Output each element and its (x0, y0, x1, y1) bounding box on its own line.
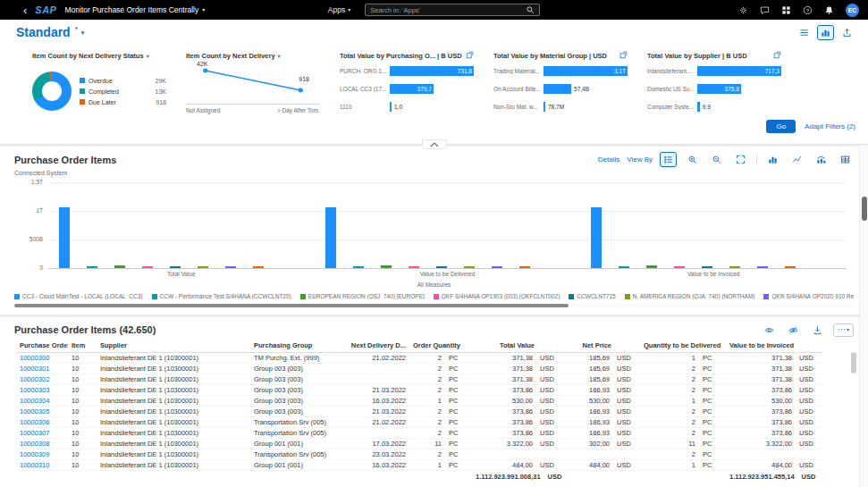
show-details-icon[interactable] (761, 323, 778, 338)
kpi-bar-row[interactable]: LOCAL CC3 (17...379,7 (340, 83, 474, 95)
filter-card-material-group[interactable]: Total Value by Material Group | USD Trad… (493, 49, 628, 120)
scrollbar-thumb[interactable] (14, 304, 569, 307)
table-row[interactable]: 1000030710Inlandslieferant DE 1 (1030000… (16, 427, 822, 438)
table-view-icon[interactable] (837, 152, 854, 167)
kpi-bar-row[interactable]: PURCH. ORG 1...731,8 (340, 65, 474, 77)
apps-menu[interactable]: Apps ▾ (328, 5, 350, 14)
legend-item[interactable]: QKF S/4HANA OP1903 (003) (QKFCLNT002) (434, 293, 560, 299)
combo-chart-icon[interactable] (813, 152, 830, 167)
app-title-menu[interactable]: Monitor Purchase Order Items Centrally ▾ (64, 5, 205, 14)
chart-bar[interactable] (170, 266, 181, 268)
table-row[interactable]: 1000030110Inlandslieferant DE 1 (1030000… (16, 363, 822, 374)
legend-item[interactable]: CC3 - Cloud MainTest - LOCAL (LOCAL_CC3) (14, 293, 143, 299)
purchase-order-link[interactable]: 10000303 (20, 386, 49, 394)
chart-bar[interactable] (225, 266, 236, 268)
kpi-bar-row[interactable]: Domestic US Su...375,8 (647, 83, 781, 95)
purchase-order-link[interactable]: 10000310 (20, 461, 49, 469)
legend-item[interactable]: Completed13K (80, 88, 166, 95)
chart-bar[interactable] (253, 266, 264, 268)
scrollbar-thumb[interactable] (862, 197, 867, 221)
filter-card-header[interactable]: Item Count by Next Delivery Status ▾ (32, 49, 166, 63)
open-popup-icon[interactable] (773, 51, 781, 61)
zoom-out-icon[interactable] (708, 152, 725, 167)
fullscreen-icon[interactable] (732, 152, 749, 167)
table-row[interactable]: 1000031010Inlandslieferant DE 1 (1030000… (16, 459, 822, 470)
chart-bar[interactable] (757, 266, 768, 268)
zoom-in-icon[interactable] (684, 152, 701, 167)
adapt-filters-link[interactable]: Adapt Filters (2) (805, 122, 855, 130)
filter-card-supplier[interactable]: Total Value by Supplier | B USD Inlandsl… (647, 49, 781, 120)
chart-bar[interactable] (492, 266, 502, 268)
purchase-order-link[interactable]: 10000307 (20, 429, 49, 437)
kpi-bar-row[interactable]: On Account Bille...57,4B (493, 83, 628, 95)
column-header[interactable]: Supplier (97, 339, 250, 352)
column-header[interactable]: Next Delivery D... (340, 339, 409, 352)
legend-toggle-icon[interactable] (660, 152, 677, 167)
column-header[interactable]: Net Price (563, 339, 640, 352)
column-header[interactable]: Purchase Order (16, 339, 68, 352)
legend-item[interactable]: CCWCLNT715 (569, 293, 615, 299)
chart-bar[interactable] (674, 266, 685, 268)
column-header[interactable]: Total Value (472, 339, 563, 352)
search-input[interactable] (370, 6, 522, 14)
chart-bar[interactable] (702, 266, 712, 268)
table-row[interactable]: 1000030410Inlandslieferant DE 1 (1030000… (16, 395, 822, 406)
chart-bar[interactable] (142, 266, 153, 268)
kpi-bar-row[interactable]: Computer Syste...9,9 (647, 101, 781, 113)
table-settings-menu[interactable]: ⋯▾ (833, 323, 854, 337)
table-row[interactable]: 1000030910Inlandslieferant DE 1 (1030000… (16, 449, 822, 459)
purchase-order-link[interactable]: 10000309 (20, 450, 49, 458)
chart-bar[interactable] (409, 266, 419, 268)
legend-item[interactable]: QKR S/4HANA OP2020 910 Retail (QKRCLNT10… (763, 293, 854, 299)
purchase-order-link[interactable]: 10000306 (20, 418, 49, 426)
table-row[interactable]: 1000030810Inlandslieferant DE 1 (1030000… (16, 438, 822, 449)
legend-item[interactable]: Due Later918 (80, 99, 166, 105)
shell-search[interactable] (365, 4, 540, 16)
bar-chart-icon[interactable] (764, 152, 781, 167)
chart-bar[interactable] (785, 266, 796, 268)
chart-bar[interactable] (729, 266, 740, 268)
chart-bar[interactable] (436, 266, 447, 268)
table-row[interactable]: 1000030510Inlandslieferant DE 1 (1030000… (16, 406, 822, 416)
purchase-order-link[interactable]: 10000301 (20, 365, 49, 373)
purchase-order-link[interactable]: 10000302 (20, 375, 49, 383)
filter-card-delivery-status[interactable]: Item Count by Next Delivery Status ▾ Ove… (32, 49, 166, 120)
line-chart[interactable]: 42K 918 (186, 63, 320, 102)
table-row[interactable]: 1000030010Inlandslieferant DE 1 (1030000… (16, 352, 822, 363)
view-by-button[interactable]: View By (627, 155, 653, 164)
table-scrollbar-thumb[interactable] (851, 352, 856, 374)
chart-bar[interactable] (646, 265, 657, 268)
settings-icon[interactable] (738, 5, 748, 15)
chart-horizontal-scrollbar[interactable] (14, 304, 854, 307)
purchase-order-link[interactable]: 10000305 (20, 407, 49, 416)
table-row[interactable]: 1000030210Inlandslieferant DE 1 (1030000… (16, 374, 822, 384)
legend-item[interactable]: Overdue29K (80, 78, 166, 84)
chart-bar[interactable] (59, 207, 70, 268)
chart-bar[interactable] (519, 266, 530, 268)
list-view-icon[interactable] (796, 25, 813, 40)
column-header[interactable]: Value to be Invoiced (726, 339, 822, 352)
variant-selector[interactable]: Standard* ▾ (16, 25, 84, 39)
kpi-bar-row[interactable]: Inlandslieferant...717,3 (647, 65, 781, 77)
line-chart-icon[interactable] (788, 152, 805, 167)
chart-bar[interactable] (114, 265, 125, 268)
bell-icon[interactable] (824, 5, 834, 15)
kpi-bar-row[interactable]: Non-Sto Mat. w...78,7M (493, 101, 628, 113)
chart-bar[interactable] (591, 207, 602, 268)
kpi-bar-row[interactable]: Trading Material...3,1T (493, 65, 628, 77)
hide-details-icon[interactable] (785, 323, 802, 338)
open-popup-icon[interactable] (619, 51, 628, 61)
table-row[interactable]: 1000030310Inlandslieferant DE 1 (1030000… (16, 384, 822, 395)
chart-view-icon[interactable] (817, 25, 834, 40)
chart-bar[interactable] (381, 265, 392, 268)
purchase-order-link[interactable]: 10000304 (20, 397, 49, 405)
column-header[interactable]: Item (68, 339, 97, 352)
column-header[interactable]: Quantity to be Delivered (640, 339, 726, 352)
chart-bar[interactable] (353, 266, 364, 268)
filter-card-next-delivery[interactable]: Item Count by Next Delivery ▾ 42K 918 No… (186, 49, 320, 120)
back-button[interactable]: ‹ (23, 4, 27, 16)
user-avatar[interactable]: EC (846, 4, 859, 17)
go-button[interactable]: Go (766, 120, 796, 133)
help-icon[interactable]: ? (803, 5, 813, 15)
collapse-header-button[interactable] (422, 139, 447, 149)
